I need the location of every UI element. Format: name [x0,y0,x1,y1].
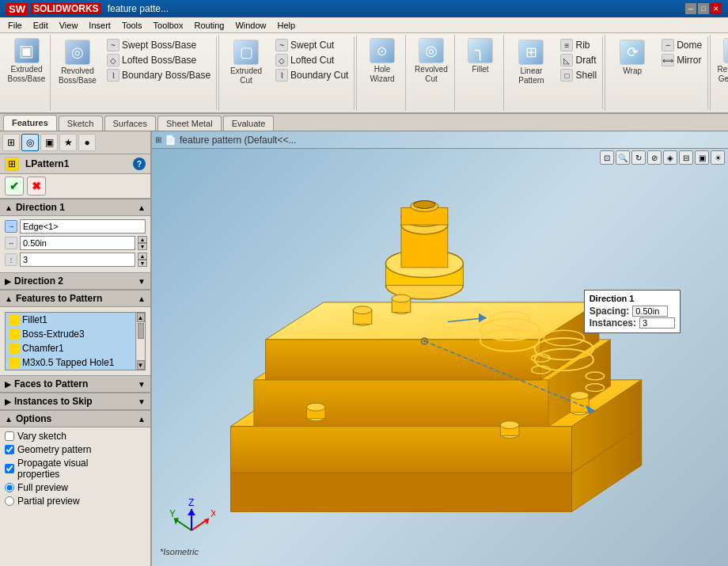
geometry-pattern-checkbox[interactable] [5,445,14,454]
draft-button[interactable]: ◺ Draft [558,53,599,67]
extruded-boss-button[interactable]: ▣ ExtrudedBoss/Base [6,36,47,85]
panel-icon-dim-expert[interactable]: ★ [59,134,77,151]
direction2-arrow-icon: ▶ [5,277,11,286]
rib-label: Rib [575,40,590,51]
main-area: ⊞ ◎ ▣ ★ ● ⊞ LPattern1 ? ✔ ✖ ▲ Direction … [0,131,728,566]
shell-button[interactable]: □ Shell [558,68,599,82]
dome-button[interactable]: ⌢ Dome [659,38,704,52]
lofted-cut-button[interactable]: ◇ Lofted Cut [273,53,351,67]
menu-item-routing[interactable]: Routing [189,19,229,32]
panel-icon-feature-tree[interactable]: ⊞ [2,134,20,151]
menu-item-toolbox[interactable]: Toolbox [149,19,188,32]
mirror-label: Mirror [677,55,701,66]
close-button[interactable]: ✕ [711,3,722,14]
tab-evaluate[interactable]: Evaluate [223,116,275,131]
spacing-down-button[interactable]: ▼ [138,243,147,250]
svg-text:Y: Y [169,508,176,519]
tapped-hole-label: M3x0.5 Tapped Hole1 [22,357,115,368]
panel-icon-display-manager[interactable]: ● [78,134,96,151]
tab-surfaces[interactable]: Surfaces [104,116,156,131]
boundary-boss-button[interactable]: ⌇ Boundary Boss/Base [104,68,213,82]
lofted-boss-button[interactable]: ◇ Lofted Boss/Base [104,53,213,67]
menu-item-view[interactable]: View [55,19,83,32]
pm-ok-button[interactable]: ✔ [5,177,24,196]
features-scroll-up[interactable]: ▲ [137,313,145,322]
instances-down-button[interactable]: ▼ [138,260,147,267]
wrap-button[interactable]: ⟳ Wrap [612,38,653,78]
tab-sketch[interactable]: Sketch [59,116,103,131]
features-scroll-down[interactable]: ▼ [137,360,145,370]
menu-item-file[interactable]: File [3,19,27,32]
propagate-visual-checkbox[interactable] [5,464,14,473]
maximize-button[interactable]: □ [698,3,709,14]
direction1-header[interactable]: ▲ Direction 1 ▲ [0,199,150,216]
minimize-button[interactable]: ─ [685,3,696,14]
propagate-visual-row: Propagate visualproperties [5,458,146,480]
feature-item-chamfer1[interactable]: Chamfer1 [6,341,135,355]
mirror-button[interactable]: ⟺ Mirror [659,53,704,67]
swept-boss-button[interactable]: ~ Swept Boss/Base [104,38,213,52]
direction1-collapse-icon[interactable]: ▲ [138,203,146,212]
viewport[interactable]: ⊞ 📄 feature pattern (Default<<... ⊡ 🔍 ↻ … [152,131,728,566]
annotation-instances-value: 3 [639,317,675,329]
reference-geometry-button[interactable]: △ ReferenceGeometry [715,36,728,85]
hole-wizard-button[interactable]: ⊙ HoleWizard [362,36,403,85]
edge-input[interactable]: Edge<1> [20,219,146,234]
pm-help-button[interactable]: ? [133,158,146,170]
features-scroll-track[interactable] [137,322,145,360]
menu-item-window[interactable]: Window [230,19,271,32]
menu-item-edit[interactable]: Edit [28,19,53,32]
feature-item-fillet1[interactable]: Fillet1 [6,313,135,327]
ftp-arrow-icon: ▲ [5,294,13,303]
fillet-button[interactable]: ╮ Fillet [460,36,501,76]
instances-up-button[interactable]: ▲ [138,253,147,260]
features-scroll-thumb[interactable] [138,323,144,339]
direction2-collapse-icon[interactable]: ▼ [138,277,146,286]
spacing-input[interactable] [20,236,135,250]
logo-sw: SW [6,3,28,15]
ftp-collapse-icon[interactable]: ▲ [138,294,146,303]
features-to-pattern-header[interactable]: ▲ Features to Pattern ▲ [0,290,150,307]
linear-pattern-button[interactable]: ⊞ LinearPattern [510,38,552,87]
spacing-up-button[interactable]: ▲ [138,236,147,243]
pm-cancel-button[interactable]: ✖ [27,177,46,196]
tab-sheet-metal[interactable]: Sheet Metal [157,116,222,131]
boundary-cut-button[interactable]: ⌇ Boundary Cut [273,68,351,82]
its-collapse-icon[interactable]: ▼ [138,397,146,406]
instances-to-skip-header[interactable]: ▶ Instances to Skip ▼ [0,393,150,410]
faces-to-pattern-header[interactable]: ▶ Faces to Pattern ▼ [0,375,150,393]
facestp-collapse-icon[interactable]: ▼ [138,380,146,389]
full-preview-radio[interactable] [5,483,14,492]
menu-item-help[interactable]: Help [273,19,301,32]
revolved-boss-button[interactable]: ◎ RevolvedBoss/Base [57,38,98,87]
swept-cut-button[interactable]: ~ Swept Cut [273,38,351,52]
extruded-cut-button[interactable]: ▢ ExtrudedCut [226,38,267,87]
boundary-cut-icon: ⌇ [275,69,288,82]
partial-preview-radio[interactable] [5,496,14,506]
feature-item-boss-extrude3[interactable]: Boss-Extrude3 [6,327,135,341]
options-collapse-icon[interactable]: ▲ [138,415,146,424]
panel-icon-config-manager[interactable]: ▣ [40,134,58,151]
edge-input-row: → Edge<1> [5,219,146,234]
tab-features[interactable]: Features [3,115,57,131]
mirror-icon: ⟺ [662,54,674,66]
revolved-cut-button[interactable]: ◎ RevolvedCut [411,36,452,85]
features-scrollbar[interactable]: ▲ ▼ [135,313,145,370]
reference-geometry-icon: △ [723,38,728,63]
lofted-boss-icon: ◇ [107,54,119,66]
panel-icon-property-manager[interactable]: ◎ [21,134,39,151]
vary-sketch-checkbox[interactable] [5,431,14,441]
menu-item-insert[interactable]: Insert [84,19,116,32]
swept-boss-icon: ~ [107,39,119,51]
direction2-header[interactable]: ▶ Direction 2 ▼ [0,272,150,290]
tree-doc-icon: 📄 [165,135,176,146]
tabbar: FeaturesSketchSurfacesSheet MetalEvaluat… [0,114,728,131]
annotation-spacing-value: 0.50in [632,306,668,317]
options-header[interactable]: ▲ Options ▲ [0,410,150,427]
menu-item-tools[interactable]: Tools [117,19,147,32]
feature-item-tapped-hole[interactable]: M3x0.5 Tapped Hole1 [6,355,135,370]
tree-expand-icon[interactable]: ⊞ [155,135,161,144]
rib-button[interactable]: ≡ Rib [558,38,599,52]
window-controls[interactable]: ─ □ ✕ [685,3,722,14]
instances-input[interactable] [20,253,135,267]
